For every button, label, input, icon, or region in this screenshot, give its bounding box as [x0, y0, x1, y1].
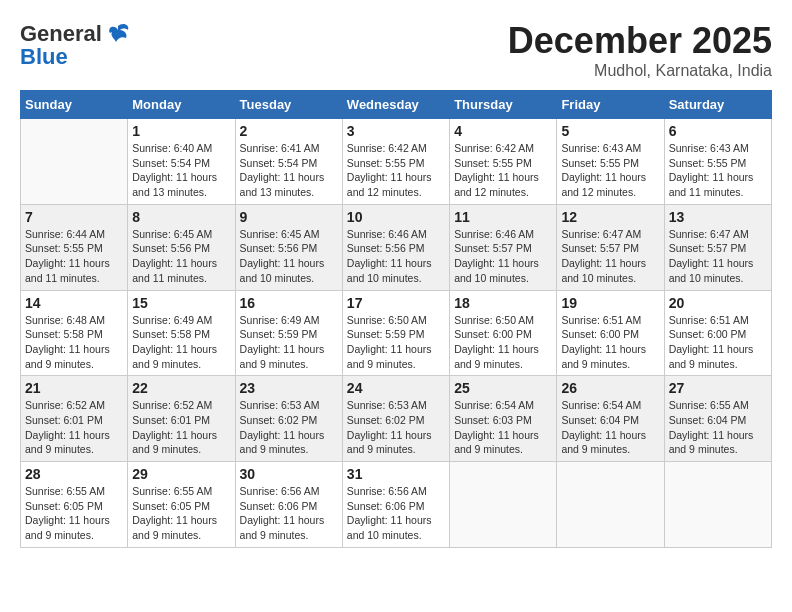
day-info: Sunrise: 6:46 AMSunset: 5:56 PMDaylight:… [347, 227, 445, 286]
day-info: Sunrise: 6:40 AMSunset: 5:54 PMDaylight:… [132, 141, 230, 200]
table-row: 19Sunrise: 6:51 AMSunset: 6:00 PMDayligh… [557, 290, 664, 376]
day-number: 18 [454, 295, 552, 311]
day-number: 24 [347, 380, 445, 396]
day-number: 20 [669, 295, 767, 311]
table-row [21, 119, 128, 205]
location: Mudhol, Karnataka, India [508, 62, 772, 80]
day-number: 26 [561, 380, 659, 396]
table-row: 26Sunrise: 6:54 AMSunset: 6:04 PMDayligh… [557, 376, 664, 462]
col-wednesday: Wednesday [342, 91, 449, 119]
day-info: Sunrise: 6:52 AMSunset: 6:01 PMDaylight:… [132, 398, 230, 457]
table-row: 27Sunrise: 6:55 AMSunset: 6:04 PMDayligh… [664, 376, 771, 462]
table-row: 15Sunrise: 6:49 AMSunset: 5:58 PMDayligh… [128, 290, 235, 376]
table-row: 31Sunrise: 6:56 AMSunset: 6:06 PMDayligh… [342, 462, 449, 548]
table-row: 9Sunrise: 6:45 AMSunset: 5:56 PMDaylight… [235, 204, 342, 290]
logo: General Blue [20, 20, 132, 70]
day-info: Sunrise: 6:44 AMSunset: 5:55 PMDaylight:… [25, 227, 123, 286]
table-row [450, 462, 557, 548]
day-number: 28 [25, 466, 123, 482]
day-number: 1 [132, 123, 230, 139]
day-info: Sunrise: 6:56 AMSunset: 6:06 PMDaylight:… [240, 484, 338, 543]
day-number: 30 [240, 466, 338, 482]
col-monday: Monday [128, 91, 235, 119]
day-info: Sunrise: 6:54 AMSunset: 6:04 PMDaylight:… [561, 398, 659, 457]
table-row: 5Sunrise: 6:43 AMSunset: 5:55 PMDaylight… [557, 119, 664, 205]
day-info: Sunrise: 6:43 AMSunset: 5:55 PMDaylight:… [561, 141, 659, 200]
day-info: Sunrise: 6:53 AMSunset: 6:02 PMDaylight:… [240, 398, 338, 457]
table-row: 20Sunrise: 6:51 AMSunset: 6:00 PMDayligh… [664, 290, 771, 376]
day-info: Sunrise: 6:56 AMSunset: 6:06 PMDaylight:… [347, 484, 445, 543]
day-info: Sunrise: 6:41 AMSunset: 5:54 PMDaylight:… [240, 141, 338, 200]
logo-blue-text: Blue [20, 44, 68, 70]
col-thursday: Thursday [450, 91, 557, 119]
day-number: 15 [132, 295, 230, 311]
day-number: 10 [347, 209, 445, 225]
day-info: Sunrise: 6:42 AMSunset: 5:55 PMDaylight:… [454, 141, 552, 200]
day-info: Sunrise: 6:45 AMSunset: 5:56 PMDaylight:… [240, 227, 338, 286]
col-tuesday: Tuesday [235, 91, 342, 119]
day-number: 21 [25, 380, 123, 396]
table-row: 14Sunrise: 6:48 AMSunset: 5:58 PMDayligh… [21, 290, 128, 376]
day-number: 11 [454, 209, 552, 225]
table-row: 4Sunrise: 6:42 AMSunset: 5:55 PMDaylight… [450, 119, 557, 205]
day-number: 31 [347, 466, 445, 482]
day-info: Sunrise: 6:49 AMSunset: 5:59 PMDaylight:… [240, 313, 338, 372]
logo-bird-icon [104, 20, 132, 48]
table-row: 6Sunrise: 6:43 AMSunset: 5:55 PMDaylight… [664, 119, 771, 205]
table-row: 18Sunrise: 6:50 AMSunset: 6:00 PMDayligh… [450, 290, 557, 376]
month-title: December 2025 [508, 20, 772, 62]
day-number: 5 [561, 123, 659, 139]
day-info: Sunrise: 6:54 AMSunset: 6:03 PMDaylight:… [454, 398, 552, 457]
calendar-week-row: 7Sunrise: 6:44 AMSunset: 5:55 PMDaylight… [21, 204, 772, 290]
day-info: Sunrise: 6:50 AMSunset: 6:00 PMDaylight:… [454, 313, 552, 372]
day-info: Sunrise: 6:47 AMSunset: 5:57 PMDaylight:… [561, 227, 659, 286]
day-number: 27 [669, 380, 767, 396]
table-row: 30Sunrise: 6:56 AMSunset: 6:06 PMDayligh… [235, 462, 342, 548]
table-row: 21Sunrise: 6:52 AMSunset: 6:01 PMDayligh… [21, 376, 128, 462]
calendar-table: Sunday Monday Tuesday Wednesday Thursday… [20, 90, 772, 548]
table-row: 12Sunrise: 6:47 AMSunset: 5:57 PMDayligh… [557, 204, 664, 290]
day-number: 25 [454, 380, 552, 396]
day-info: Sunrise: 6:50 AMSunset: 5:59 PMDaylight:… [347, 313, 445, 372]
table-row: 10Sunrise: 6:46 AMSunset: 5:56 PMDayligh… [342, 204, 449, 290]
table-row: 7Sunrise: 6:44 AMSunset: 5:55 PMDaylight… [21, 204, 128, 290]
table-row: 23Sunrise: 6:53 AMSunset: 6:02 PMDayligh… [235, 376, 342, 462]
day-info: Sunrise: 6:55 AMSunset: 6:05 PMDaylight:… [132, 484, 230, 543]
day-info: Sunrise: 6:42 AMSunset: 5:55 PMDaylight:… [347, 141, 445, 200]
table-row: 28Sunrise: 6:55 AMSunset: 6:05 PMDayligh… [21, 462, 128, 548]
day-number: 4 [454, 123, 552, 139]
day-number: 3 [347, 123, 445, 139]
calendar-header-row: Sunday Monday Tuesday Wednesday Thursday… [21, 91, 772, 119]
table-row [664, 462, 771, 548]
day-number: 2 [240, 123, 338, 139]
title-section: December 2025 Mudhol, Karnataka, India [508, 20, 772, 80]
day-number: 13 [669, 209, 767, 225]
calendar-week-row: 28Sunrise: 6:55 AMSunset: 6:05 PMDayligh… [21, 462, 772, 548]
day-number: 9 [240, 209, 338, 225]
day-number: 16 [240, 295, 338, 311]
day-info: Sunrise: 6:47 AMSunset: 5:57 PMDaylight:… [669, 227, 767, 286]
page-header: General Blue December 2025 Mudhol, Karna… [20, 20, 772, 80]
day-number: 23 [240, 380, 338, 396]
day-info: Sunrise: 6:49 AMSunset: 5:58 PMDaylight:… [132, 313, 230, 372]
day-number: 7 [25, 209, 123, 225]
table-row [557, 462, 664, 548]
day-info: Sunrise: 6:52 AMSunset: 6:01 PMDaylight:… [25, 398, 123, 457]
calendar-week-row: 14Sunrise: 6:48 AMSunset: 5:58 PMDayligh… [21, 290, 772, 376]
day-number: 19 [561, 295, 659, 311]
table-row: 22Sunrise: 6:52 AMSunset: 6:01 PMDayligh… [128, 376, 235, 462]
day-number: 12 [561, 209, 659, 225]
col-sunday: Sunday [21, 91, 128, 119]
day-number: 14 [25, 295, 123, 311]
table-row: 25Sunrise: 6:54 AMSunset: 6:03 PMDayligh… [450, 376, 557, 462]
table-row: 11Sunrise: 6:46 AMSunset: 5:57 PMDayligh… [450, 204, 557, 290]
table-row: 3Sunrise: 6:42 AMSunset: 5:55 PMDaylight… [342, 119, 449, 205]
table-row: 1Sunrise: 6:40 AMSunset: 5:54 PMDaylight… [128, 119, 235, 205]
day-info: Sunrise: 6:46 AMSunset: 5:57 PMDaylight:… [454, 227, 552, 286]
calendar-week-row: 1Sunrise: 6:40 AMSunset: 5:54 PMDaylight… [21, 119, 772, 205]
table-row: 8Sunrise: 6:45 AMSunset: 5:56 PMDaylight… [128, 204, 235, 290]
day-info: Sunrise: 6:51 AMSunset: 6:00 PMDaylight:… [561, 313, 659, 372]
day-number: 29 [132, 466, 230, 482]
day-number: 8 [132, 209, 230, 225]
day-info: Sunrise: 6:53 AMSunset: 6:02 PMDaylight:… [347, 398, 445, 457]
